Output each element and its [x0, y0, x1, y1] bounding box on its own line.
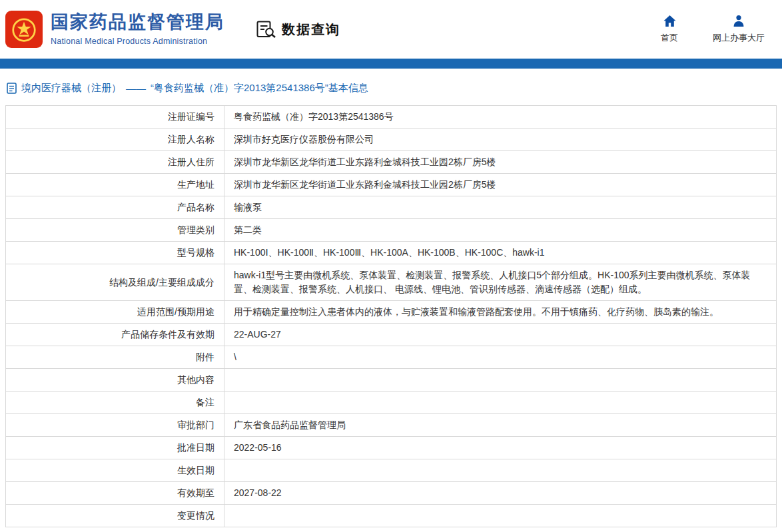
table-row: 注册证编号粤食药监械（准）字2013第2541386号 — [6, 106, 776, 129]
row-value: 粤食药监械（准）字2013第2541386号 — [224, 106, 776, 128]
row-value: hawk-i1型号主要由微机系统、泵体装置、检测装置、报警系统、人机接口5个部分… — [224, 264, 776, 300]
row-value — [224, 459, 776, 481]
table-row: 产品名称输液泵 — [6, 196, 776, 219]
row-value: 深圳市龙华新区龙华街道工业东路利金城科技工业园2栋厂房5楼 — [224, 151, 776, 173]
row-value: 用于精确定量控制注入患者体内的液体，与贮液装置和输液管路配套使用。不用于镇痛药、… — [224, 301, 776, 323]
nav-service-hall-label: 网上办事大厅 — [713, 32, 765, 44]
data-query-label: 数据查询 — [282, 21, 340, 39]
info-table: 注册证编号粤食药监械（准）字2013第2541386号注册人名称深圳市好克医疗仪… — [5, 105, 777, 527]
nav-item-home[interactable]: 首页 — [661, 15, 678, 44]
row-value: 输液泵 — [224, 196, 776, 218]
table-row: 备注 — [6, 392, 776, 414]
row-label: 其他内容 — [6, 369, 224, 391]
row-label: 产品储存条件及有效期 — [6, 324, 224, 346]
row-label: 附件 — [6, 346, 224, 368]
person-icon — [732, 15, 745, 27]
table-row: 审批部门广东省食品药品监督管理局 — [6, 414, 776, 437]
header-nav: 首页 网上办事大厅 — [661, 15, 765, 44]
row-value: HK-100Ⅰ、HK-100Ⅱ、HK-100Ⅲ、HK-100A、HK-100B、… — [224, 242, 776, 264]
row-label: 有效期至 — [6, 482, 224, 504]
row-value: 2027-08-22 — [224, 482, 776, 504]
row-label: 结构及组成/主要组成成分 — [6, 264, 224, 300]
national-emblem-icon — [10, 15, 38, 43]
row-value — [224, 392, 776, 413]
table-row: 生效日期 — [6, 459, 776, 482]
row-label: 生效日期 — [6, 459, 224, 481]
table-row: 批准日期2022-05-16 — [6, 437, 776, 459]
row-label: 变更情况 — [6, 505, 224, 527]
row-label: 注册证编号 — [6, 106, 224, 128]
row-label: 产品名称 — [6, 196, 224, 218]
row-label: 生产地址 — [6, 174, 224, 196]
row-value: 深圳市好克医疗仪器股份有限公司 — [224, 129, 776, 150]
org-title-block: 国家药品监督管理局 National Medical Products Admi… — [51, 13, 224, 46]
table-row: 注册人住所深圳市龙华新区龙华街道工业东路利金城科技工业园2栋厂房5楼 — [6, 151, 776, 174]
nav-item-service-hall[interactable]: 网上办事大厅 — [713, 15, 765, 44]
table-row: 产品储存条件及有效期22-AUG-27 — [6, 324, 776, 346]
table-row: 结构及组成/主要组成成分hawk-i1型号主要由微机系统、泵体装置、检测装置、报… — [6, 264, 776, 301]
document-search-icon — [256, 21, 276, 39]
row-label: 注册人名称 — [6, 129, 224, 150]
table-row: 管理类别第二类 — [6, 219, 776, 242]
table-row: 生产地址深圳市龙华新区龙华街道工业东路利金城科技工业园2栋厂房5楼 — [6, 174, 776, 196]
row-label: 批准日期 — [6, 437, 224, 459]
row-value: 22-AUG-27 — [224, 324, 776, 346]
org-name-en: National Medical Products Administration — [51, 37, 224, 46]
table-row: 注册人名称深圳市好克医疗仪器股份有限公司 — [6, 129, 776, 151]
breadcrumb-source[interactable]: 境内医疗器械（注册） — [21, 82, 121, 95]
page-title: “粤食药监械（准）字2013第2541386号”基本信息 — [151, 82, 368, 95]
table-row: 适用范围/预期用途用于精确定量控制注入患者体内的液体，与贮液装置和输液管路配套使… — [6, 301, 776, 324]
page-header: 国家药品监督管理局 National Medical Products Admi… — [0, 0, 782, 59]
table-row: 有效期至2027-08-22 — [6, 482, 776, 505]
row-value: \ — [224, 346, 776, 368]
data-query-tab[interactable]: 数据查询 — [256, 21, 340, 39]
row-label: 审批部门 — [6, 414, 224, 436]
row-value: 广东省食品药品监督管理局 — [224, 414, 776, 436]
row-value — [224, 369, 776, 391]
row-label: 备注 — [6, 392, 224, 413]
row-value: 2022-05-16 — [224, 437, 776, 459]
nav-home-label: 首页 — [661, 32, 678, 44]
org-name-cn: 国家药品监督管理局 — [51, 13, 224, 33]
row-value: 第二类 — [224, 219, 776, 241]
header-divider-band — [0, 59, 782, 69]
home-icon — [663, 15, 677, 27]
row-label: 管理类别 — [6, 219, 224, 241]
nmpa-logo[interactable] — [5, 11, 43, 48]
table-row: 变更情况 — [6, 505, 776, 527]
table-row: 其他内容 — [6, 369, 776, 392]
row-label: 适用范围/预期用途 — [6, 301, 224, 323]
page-icon — [7, 83, 17, 94]
breadcrumb: 境内医疗器械（注册） —— “粤食药监械（准）字2013第2541386号”基本… — [0, 69, 782, 105]
row-value: 深圳市龙华新区龙华街道工业东路利金城科技工业园2栋厂房5楼 — [224, 174, 776, 196]
breadcrumb-separator: —— — [126, 83, 146, 94]
row-label: 型号规格 — [6, 242, 224, 264]
row-label: 注册人住所 — [6, 151, 224, 173]
row-value — [224, 505, 776, 527]
table-row: 附件\ — [6, 346, 776, 369]
table-row: 型号规格HK-100Ⅰ、HK-100Ⅱ、HK-100Ⅲ、HK-100A、HK-1… — [6, 242, 776, 264]
